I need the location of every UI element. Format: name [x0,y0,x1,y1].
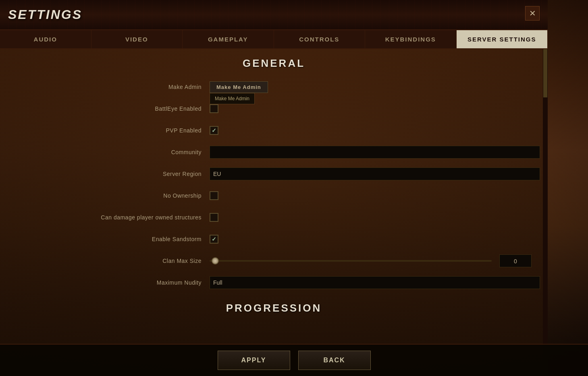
battleye-control [210,104,532,113]
sandstorm-control [210,235,532,244]
sandstorm-row: Enable Sandstorm [16,232,532,246]
nudity-label: Maximum Nudity [16,279,210,286]
server-region-control [210,167,540,180]
general-settings: Make Admin Make Me Admin Make Me Admin B… [0,80,548,290]
tab-audio[interactable]: AUDIO [0,30,91,48]
back-button[interactable]: BACK [298,351,371,370]
clan-max-row: Clan Max Size 0 [16,254,532,268]
modal-header: SETTINGS ✕ [0,0,548,30]
no-ownership-checkbox[interactable] [210,191,218,200]
sandstorm-checkbox[interactable] [210,235,218,244]
pvp-control [210,126,532,135]
bottom-bar: APPLY BACK [0,344,588,376]
make-admin-control: Make Me Admin Make Me Admin [210,81,532,93]
tab-keybindings[interactable]: KEYBINDINGS [365,30,457,48]
clan-max-slider-row: 0 [210,254,532,267]
progression-section-header: PROGRESSION [0,302,548,314]
tab-gameplay[interactable]: GAMEPLAY [183,30,274,48]
scroll-thumb[interactable] [543,49,547,97]
nudity-row: Maximum Nudity [16,275,532,290]
clan-max-slider-track[interactable] [210,260,492,262]
damage-structures-row: Can damage player owned structures [16,210,532,225]
damage-structures-label: Can damage player owned structures [16,214,210,221]
pvp-row: PVP Enabled [16,123,532,138]
damage-structures-control [210,213,532,222]
nudity-input[interactable] [210,276,540,289]
clan-max-label: Clan Max Size [16,258,210,264]
server-region-row: Server Region [16,167,532,181]
clan-max-value: 0 [499,254,532,267]
make-admin-tooltip-wrap: Make Me Admin Make Me Admin [210,81,268,93]
apply-button[interactable]: APPLY [218,351,290,370]
battleye-label: BattlEye Enabled [16,105,210,112]
close-button[interactable]: ✕ [525,6,540,21]
community-label: Community [16,149,210,155]
sandstorm-label: Enable Sandstorm [16,236,210,242]
settings-content: GENERAL Make Admin Make Me Admin Make Me… [0,49,548,376]
nudity-control [210,276,540,289]
community-row: Community [16,145,532,159]
no-ownership-label: No Ownership [16,192,210,199]
page-title: SETTINGS [8,7,82,22]
tab-server-settings[interactable]: SERVER SETTINGS [457,30,548,48]
community-input[interactable] [210,146,540,159]
pvp-label: PVP Enabled [16,127,210,134]
server-region-input[interactable] [210,167,540,180]
tab-video[interactable]: VIDEO [91,30,183,48]
clan-max-control: 0 [210,254,532,267]
make-admin-label: Make Admin [16,84,210,90]
server-region-label: Server Region [16,171,210,177]
make-admin-button[interactable]: Make Me Admin [210,81,268,93]
scroll-track[interactable] [543,49,548,376]
tab-bar: AUDIO VIDEO GAMEPLAY CONTROLS KEYBINDING… [0,30,548,49]
community-control [210,146,540,159]
battleye-checkbox[interactable] [210,104,218,113]
damage-structures-checkbox[interactable] [210,213,218,222]
no-ownership-control [210,191,532,200]
general-section-header: GENERAL [0,57,548,70]
clan-max-slider-thumb[interactable] [212,257,219,264]
no-ownership-row: No Ownership [16,188,532,203]
tab-controls[interactable]: CONTROLS [274,30,366,48]
make-admin-row: Make Admin Make Me Admin Make Me Admin [16,80,532,94]
battleye-row: BattlEye Enabled [16,101,532,116]
pvp-checkbox[interactable] [210,126,218,135]
